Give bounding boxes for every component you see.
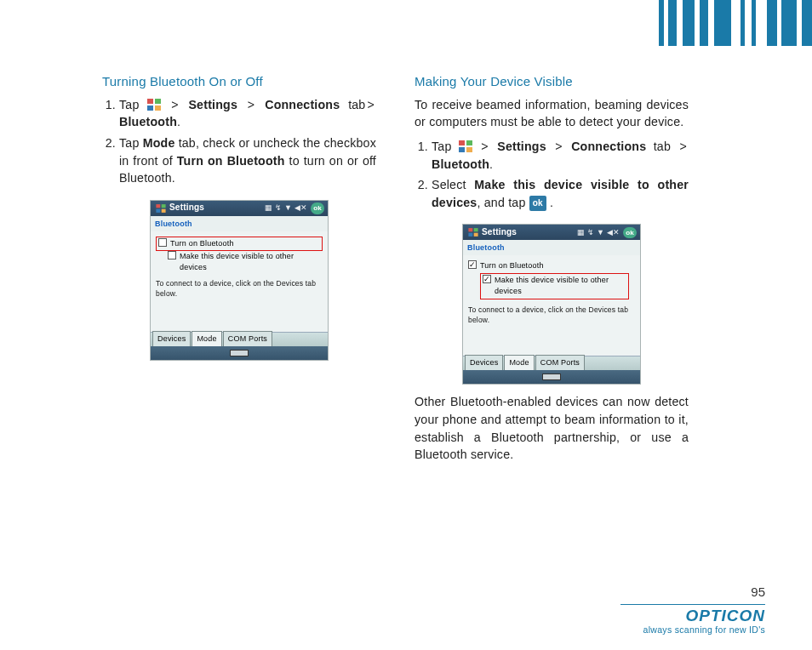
screenshot-bluetooth-off: Settings ▦ ↯ ▼ ◀✕ ok Bluetooth Turn on B… (150, 200, 329, 361)
intro-paragraph: To receive beamed information, beaming d… (415, 96, 689, 131)
tab-com-ports[interactable]: COM Ports (223, 331, 272, 346)
hint-text: To connect to a device, click on the Dev… (156, 278, 323, 299)
outro-paragraph: Other Bluetooth-enabled devices can now … (415, 393, 689, 463)
highlight-turn-on-bluetooth: Turn on Bluetooth (156, 237, 323, 251)
windows-flag-icon (468, 228, 477, 237)
screenshot-bluetooth-visible: Settings ▦ ↯ ▼ ◀✕ ok Bluetooth ✓ Turn on… (462, 224, 641, 385)
left-step-2: Tap Mode tab, check or uncheck the check… (119, 134, 376, 187)
hint-text: To connect to a device, click on the Dev… (468, 305, 635, 326)
windows-flag-icon (147, 99, 161, 111)
status-icons: ▦ ↯ ▼ ◀✕ (577, 227, 620, 238)
section-label: Bluetooth (151, 216, 328, 231)
tab-devices[interactable]: Devices (465, 355, 503, 370)
tab-mode[interactable]: Mode (192, 331, 221, 346)
status-icons: ▦ ↯ ▼ ◀✕ (265, 202, 307, 214)
tab-bar: Devices Mode COM Ports (463, 356, 640, 370)
brand-tagline: always scanning for new ID's (620, 624, 765, 635)
checkbox-turn-on-bluetooth[interactable]: ✓ (468, 260, 477, 269)
checkbox-turn-on-bluetooth[interactable] (158, 238, 167, 247)
brand-logo: OPTICON (620, 607, 765, 625)
keyboard-icon[interactable] (542, 373, 561, 380)
heading-turning-bluetooth: Turning Bluetooth On or Off (102, 72, 376, 91)
ok-button[interactable]: ok (623, 227, 637, 239)
page-number: 95 (751, 584, 765, 599)
keyboard-icon[interactable] (230, 350, 249, 356)
ok-badge-icon: ok (529, 196, 546, 212)
tab-devices[interactable]: Devices (152, 331, 191, 346)
windows-flag-icon (459, 140, 472, 152)
checkbox-visible[interactable]: ✓ (483, 275, 491, 283)
tab-com-ports[interactable]: COM Ports (535, 355, 585, 370)
heading-making-visible: Making Your Device Visible (415, 72, 689, 91)
right-step-1: Tap > Settings > Connections tab > Bluet… (432, 138, 689, 173)
windows-flag-icon (156, 204, 165, 213)
brand-block: OPTICON always scanning for new ID's (620, 602, 765, 635)
sip-bar (151, 346, 328, 360)
left-column: Turning Bluetooth On or Off Tap > Settin… (102, 72, 376, 470)
highlight-make-visible: ✓ Make this device visible to other devi… (480, 273, 629, 299)
left-step-1: Tap > Settings > Connections tab> Blueto… (119, 96, 376, 131)
right-step-2: Select Make this device visible to other… (432, 176, 689, 211)
header-bars (659, 0, 812, 46)
tab-bar: Devices Mode COM Ports (151, 332, 328, 346)
ok-button[interactable]: ok (311, 202, 324, 214)
window-title: Settings (169, 202, 263, 214)
window-title: Settings (482, 226, 575, 239)
tab-mode[interactable]: Mode (504, 355, 534, 370)
sip-bar (463, 370, 640, 384)
checkbox-visible[interactable] (168, 251, 176, 259)
section-label: Bluetooth (463, 240, 640, 255)
right-column: Making Your Device Visible To receive be… (415, 72, 689, 470)
